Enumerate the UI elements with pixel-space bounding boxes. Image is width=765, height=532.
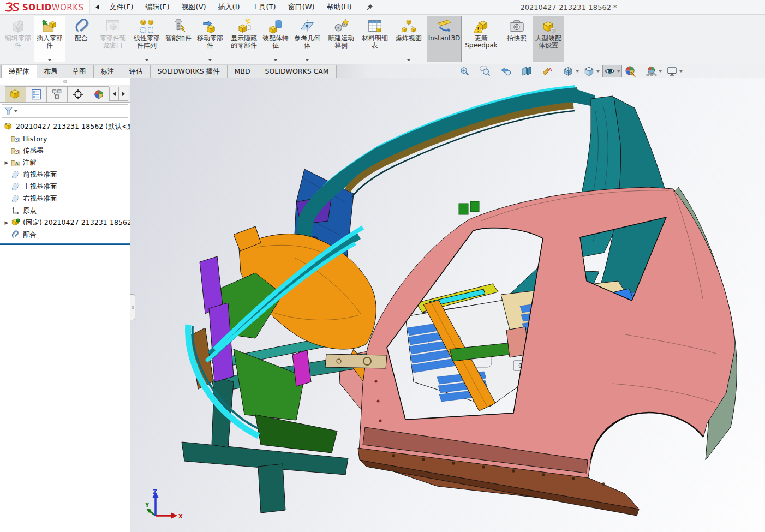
ribbon-button-label: 编辑零部件 bbox=[4, 35, 32, 50]
command-tab[interactable]: 标注 bbox=[93, 65, 122, 78]
car-body-model[interactable] bbox=[130, 78, 765, 532]
dropdown-caret-icon[interactable] bbox=[659, 70, 662, 73]
tree-item[interactable]: ▶ 注解 bbox=[0, 157, 130, 169]
pin-icon bbox=[366, 3, 374, 11]
menu-item[interactable]: 窗口(W) bbox=[282, 0, 321, 14]
panel-splitter-handle[interactable] bbox=[0, 78, 130, 85]
menu-item[interactable]: 工具(T) bbox=[246, 0, 282, 14]
scroll-right-button[interactable] bbox=[118, 87, 128, 101]
dropdown-caret-icon[interactable] bbox=[576, 70, 579, 73]
ribbon-button-icon bbox=[540, 18, 557, 34]
tree-item[interactable]: ▶ 上视基准面 bbox=[0, 181, 130, 193]
section-view[interactable] bbox=[519, 64, 539, 78]
expand-arrow-icon[interactable]: ▶ bbox=[2, 220, 11, 225]
menu-item[interactable]: 视图(V) bbox=[176, 0, 212, 14]
linear-component-pattern[interactable]: 线性零部件阵列 bbox=[131, 16, 163, 62]
view-tool-icon bbox=[500, 65, 512, 77]
dynamic-annotation-views[interactable] bbox=[540, 64, 560, 78]
smart-fasteners[interactable]: 智能扣件 bbox=[163, 16, 194, 62]
tree-item[interactable]: ▶ 传感器 bbox=[0, 145, 130, 157]
displaymanager-tab[interactable] bbox=[88, 86, 109, 102]
command-tab[interactable]: 草图 bbox=[65, 65, 94, 78]
previous-view[interactable] bbox=[499, 64, 518, 78]
dropdown-caret-icon[interactable] bbox=[596, 70, 600, 73]
tree-item-icon bbox=[11, 146, 20, 155]
reference-geometry[interactable]: 参考几何体 bbox=[291, 16, 323, 62]
panel-collapse-tab[interactable] bbox=[130, 294, 135, 320]
car-roof-brackets[interactable] bbox=[459, 201, 479, 214]
zoom-to-area[interactable] bbox=[478, 64, 498, 78]
assembly-features[interactable]: 装配体特征 bbox=[260, 16, 291, 62]
ribbon-button-label: 零部件预览窗口 bbox=[99, 35, 127, 50]
command-tab[interactable]: 布局 bbox=[37, 65, 65, 78]
rollback-bar[interactable] bbox=[0, 243, 130, 245]
expand-arrow-icon[interactable]: ▶ bbox=[2, 160, 11, 165]
component-preview-window[interactable]: 零部件预览窗口 bbox=[97, 16, 129, 62]
triangle-left-icon bbox=[113, 92, 116, 96]
ribbon-button-icon bbox=[105, 18, 121, 34]
ribbon-button-label: 材料明细表 bbox=[361, 35, 389, 50]
tree-item[interactable]: ▶ 20210427-213231-18562 (默认<默认 bbox=[0, 121, 130, 133]
ribbon-button-icon bbox=[236, 18, 252, 34]
ribbon-button-icon bbox=[509, 18, 525, 34]
ribbon-button-label: 爆炸视图 bbox=[395, 35, 423, 42]
apply-scene[interactable] bbox=[644, 64, 664, 78]
view-orientation[interactable] bbox=[561, 64, 581, 78]
tree-item-icon bbox=[4, 122, 13, 131]
command-tab[interactable]: MBD bbox=[227, 65, 258, 78]
view-settings[interactable] bbox=[665, 64, 684, 78]
pin-menu-button[interactable] bbox=[366, 3, 374, 11]
dropdown-caret-icon[interactable] bbox=[617, 70, 620, 73]
command-tab[interactable]: 评估 bbox=[122, 65, 151, 78]
tree-item-icon bbox=[11, 218, 20, 227]
menu-item[interactable]: 文件(F) bbox=[104, 0, 140, 14]
bill-of-materials[interactable]: 材料明细表 bbox=[359, 16, 391, 62]
tree-item[interactable]: ▶ 前视基准面 bbox=[0, 169, 130, 181]
filter-funnel-icon[interactable] bbox=[4, 106, 13, 116]
panel-tab-scroll bbox=[110, 87, 128, 101]
dropdown-caret-icon[interactable] bbox=[679, 70, 683, 73]
insert-components[interactable]: 插入零部件 bbox=[34, 16, 65, 62]
car-lower-arm[interactable] bbox=[325, 354, 387, 368]
dimxpertmanager-tab[interactable] bbox=[67, 86, 88, 102]
tree-item[interactable]: ▶ History bbox=[0, 133, 130, 145]
display-style[interactable] bbox=[582, 64, 601, 78]
menu-item[interactable]: 插入(I) bbox=[212, 0, 246, 14]
zoom-to-fit[interactable] bbox=[457, 64, 477, 78]
menu-collapse-arrow-icon[interactable] bbox=[95, 4, 99, 10]
coordinate-triad: Y Z X bbox=[145, 488, 184, 522]
tree-item[interactable]: ▶ 配合 bbox=[0, 229, 130, 241]
show-hidden-components[interactable]: 显示隐藏的零部件 bbox=[228, 16, 260, 62]
title-bar: SOLIDWORKS 文件(F)编辑(E)视图(V)插入(I)工具(T)窗口(W… bbox=[0, 0, 765, 15]
edit-appearance[interactable] bbox=[623, 64, 643, 78]
filter-input[interactable] bbox=[17, 105, 128, 117]
update-speedpak[interactable]: 更新 Speedpak bbox=[464, 16, 499, 62]
configurationmanager-tab[interactable] bbox=[46, 86, 68, 102]
graphics-viewport[interactable]: Y Z X bbox=[130, 78, 765, 532]
view-tool-icon bbox=[563, 65, 574, 77]
command-tab[interactable]: SOLIDWORKS 插件 bbox=[150, 65, 228, 78]
propertymanager-tab[interactable] bbox=[26, 86, 47, 102]
ribbon-button-icon bbox=[436, 18, 452, 34]
menu-item[interactable]: 编辑(E) bbox=[139, 0, 175, 14]
menu-item[interactable]: 帮助(H) bbox=[321, 0, 358, 14]
ribbon-button-icon bbox=[170, 18, 187, 34]
large-assembly-settings[interactable]: 大型装配体设置 bbox=[533, 16, 564, 62]
take-snapshot[interactable]: 拍快照 bbox=[501, 16, 533, 62]
mate[interactable]: 配合 bbox=[65, 16, 97, 62]
command-tab[interactable]: 装配体 bbox=[1, 65, 37, 78]
scroll-left-button[interactable] bbox=[109, 87, 119, 101]
tree-item[interactable]: ▶ 原点 bbox=[0, 205, 130, 217]
tree-item[interactable]: ▶ (固定) 20210427-213231-18562.st bbox=[0, 217, 130, 229]
exploded-view[interactable]: 爆炸视图 bbox=[393, 16, 425, 62]
featuremanager-tab[interactable] bbox=[5, 86, 26, 102]
command-tab[interactable]: SOLIDWORKS CAM bbox=[258, 65, 337, 78]
tree-item[interactable]: ▶ 右视基准面 bbox=[0, 193, 130, 205]
edit-component[interactable]: 编辑零部件 bbox=[2, 16, 34, 62]
panel-tab-icon bbox=[92, 89, 105, 100]
new-motion-study[interactable]: 新建运动算例 bbox=[325, 16, 357, 62]
main-area: ▶ 20210427-213231-18562 (默认<默认 ▶ History… bbox=[0, 78, 765, 532]
hide-show-items[interactable] bbox=[602, 65, 622, 77]
instant3d[interactable]: Instant3D bbox=[427, 16, 462, 62]
move-component[interactable]: 移动零部件 bbox=[194, 16, 226, 62]
